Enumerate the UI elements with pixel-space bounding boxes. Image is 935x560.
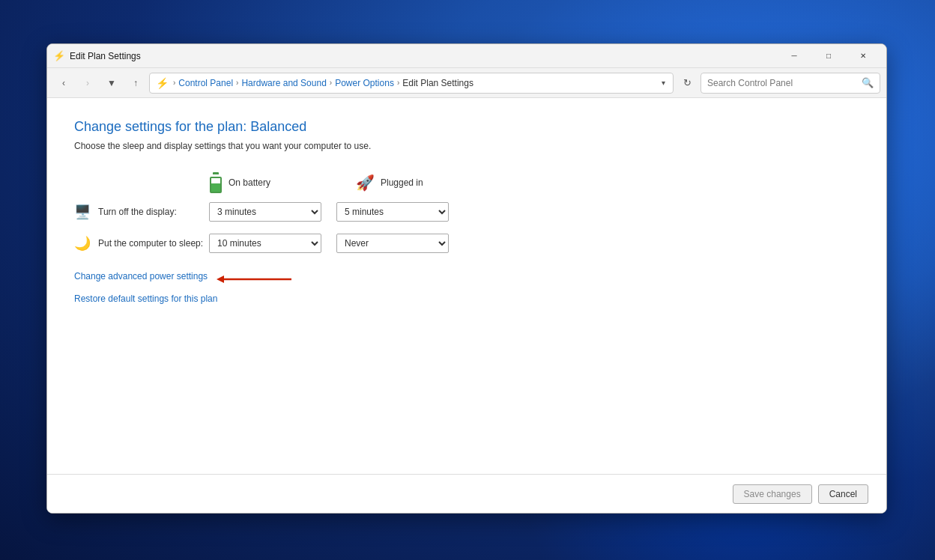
- forward-button[interactable]: ›: [77, 73, 98, 94]
- svg-marker-1: [217, 276, 224, 283]
- display-dropdowns: 1 minute 2 minutes 3 minutes 5 minutes 1…: [209, 202, 449, 222]
- content-area: Change settings for the plan: Balanced C…: [47, 98, 886, 513]
- breadcrumb-sep-2: ›: [330, 79, 332, 87]
- breadcrumb-control-panel[interactable]: Control Panel: [178, 78, 233, 88]
- window-app-icon: ⚡: [53, 50, 65, 62]
- window-controls: ─ □ ✕: [777, 44, 880, 68]
- settings-header: On battery 🚀 Plugged in: [209, 172, 859, 193]
- breadcrumb-current: Edit Plan Settings: [402, 78, 473, 88]
- breadcrumb-power-options[interactable]: Power Options: [335, 78, 394, 88]
- minimize-button[interactable]: ─: [777, 44, 811, 68]
- display-setting-row: 🖥️ Turn off the display: 1 minute 2 minu…: [74, 202, 859, 222]
- back-button[interactable]: ‹: [53, 73, 74, 94]
- breadcrumb-bar: ⚡ › Control Panel › Hardware and Sound ›…: [149, 73, 674, 94]
- search-input[interactable]: [707, 78, 857, 88]
- breadcrumb-app-icon: ⚡: [156, 77, 169, 89]
- display-icon: 🖥️: [74, 204, 92, 220]
- title-bar: ⚡ Edit Plan Settings ─ □ ✕: [47, 44, 886, 68]
- sleep-label: Put the computer to sleep:: [98, 238, 203, 249]
- breadcrumb-hardware-sound[interactable]: Hardware and Sound: [241, 78, 326, 88]
- links-section: Change advanced power settings Restore d…: [74, 271, 859, 304]
- page-subtitle: Choose the sleep and display settings th…: [74, 141, 859, 151]
- plugged-in-icon: 🚀: [356, 174, 375, 192]
- restore-button[interactable]: □: [811, 44, 846, 68]
- breadcrumb-sep-1: ›: [236, 79, 238, 87]
- restore-defaults-link[interactable]: Restore default settings for this plan: [74, 293, 859, 304]
- cancel-button[interactable]: Cancel: [818, 484, 868, 504]
- sleep-setting-row: 🌙 Put the computer to sleep: 1 minute 2 …: [74, 234, 859, 253]
- display-label-area: 🖥️ Turn off the display:: [74, 204, 209, 220]
- plugged-in-label: Plugged in: [381, 177, 423, 188]
- display-on-battery-select[interactable]: 1 minute 2 minutes 3 minutes 5 minutes 1…: [209, 202, 321, 222]
- arrow-svg: [217, 272, 299, 287]
- up-button[interactable]: ↑: [125, 73, 146, 94]
- refresh-button[interactable]: ↻: [677, 73, 698, 94]
- main-panel: Change settings for the plan: Balanced C…: [47, 98, 886, 474]
- recent-button[interactable]: ▼: [101, 73, 122, 94]
- close-button[interactable]: ✕: [846, 44, 880, 68]
- breadcrumb-dropdown-button[interactable]: ▾: [660, 77, 667, 88]
- window-title: Edit Plan Settings: [70, 51, 777, 61]
- footer-bar: Save changes Cancel: [47, 474, 886, 513]
- battery-icon: [209, 172, 223, 193]
- plugged-in-header: 🚀 Plugged in: [356, 172, 476, 193]
- sleep-label-area: 🌙 Put the computer to sleep:: [74, 235, 209, 252]
- advanced-power-settings-link[interactable]: Change advanced power settings: [74, 271, 208, 281]
- breadcrumb-sep-3: ›: [397, 79, 399, 87]
- sleep-on-battery-select[interactable]: 1 minute 2 minutes 3 minutes 5 minutes 1…: [209, 234, 321, 253]
- sleep-icon: 🌙: [74, 235, 92, 252]
- on-battery-label: On battery: [229, 177, 270, 188]
- save-changes-button[interactable]: Save changes: [733, 484, 812, 504]
- search-button[interactable]: 🔍: [862, 77, 874, 88]
- display-label: Turn off the display:: [98, 207, 177, 217]
- sleep-plugged-in-select[interactable]: 1 minute 2 minutes 3 minutes 5 minutes 1…: [336, 234, 449, 253]
- address-bar: ‹ › ▼ ↑ ⚡ › Control Panel › Hardware and…: [47, 68, 886, 98]
- edit-plan-window: ⚡ Edit Plan Settings ─ □ ✕ ‹ › ▼ ↑ ⚡ › C…: [46, 43, 887, 514]
- search-bar: 🔍: [701, 73, 880, 94]
- arrow-annotation: [217, 272, 299, 287]
- on-battery-header: On battery: [209, 172, 329, 193]
- breadcrumb-sep-0: ›: [173, 79, 175, 87]
- sleep-dropdowns: 1 minute 2 minutes 3 minutes 5 minutes 1…: [209, 234, 449, 253]
- page-title: Change settings for the plan: Balanced: [74, 119, 859, 135]
- display-plugged-in-select[interactable]: 1 minute 2 minutes 3 minutes 5 minutes 1…: [336, 202, 449, 222]
